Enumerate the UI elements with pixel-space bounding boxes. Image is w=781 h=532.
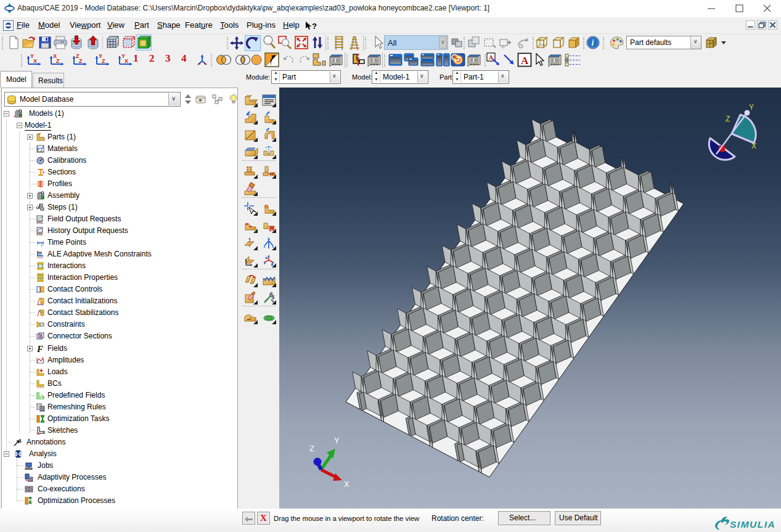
svg-text:X: X [344,480,350,489]
svg-text:Z: Z [56,58,60,64]
svg-text:Z: Z [102,58,105,64]
svg-text:X: X [125,58,128,64]
svg-text:0101: 0101 [36,233,43,235]
svg-text:X: X [33,58,37,64]
svg-text:0101: 0101 [36,221,43,224]
svg-text:i: i [592,38,594,47]
svg-text:X: X [751,142,756,150]
svg-text:t: t [41,243,43,247]
svg-text:Z: Z [309,444,314,453]
svg-text:?: ? [312,22,317,31]
svg-text:Z: Z [726,115,730,123]
svg-text:Z: Z [79,58,83,64]
svg-text:SIMULIA: SIMULIA [730,519,775,530]
svg-text:Y: Y [334,436,340,445]
svg-text:F: F [36,344,43,353]
svg-text:Y: Y [749,103,754,112]
svg-text:A: A [521,55,529,67]
svg-text:A: A [489,54,494,61]
svg-text:A: A [17,438,22,444]
